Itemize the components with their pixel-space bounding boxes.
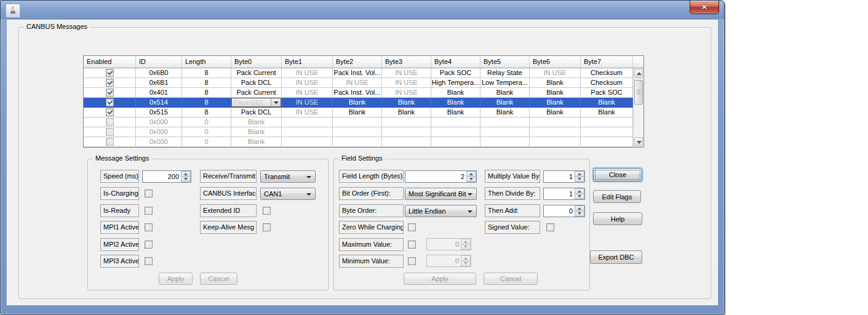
spinner-up-button[interactable] <box>181 171 191 177</box>
table-cell[interactable]: Blank <box>530 108 581 118</box>
spinner-down-button[interactable] <box>461 261 471 267</box>
table-cell[interactable]: Pack DCL <box>231 78 282 88</box>
maximum-value-spinner[interactable]: 0 <box>426 238 471 250</box>
table-cell[interactable]: 0x000 <box>136 137 182 147</box>
table-cell[interactable] <box>480 137 530 147</box>
minimum-value-checkbox[interactable] <box>408 257 416 265</box>
table-cell[interactable]: IN USE <box>382 78 431 88</box>
table-cell[interactable] <box>84 127 136 137</box>
table-cell[interactable] <box>333 127 382 137</box>
table-cell[interactable] <box>581 127 633 137</box>
table-cell[interactable] <box>84 118 136 127</box>
column-header[interactable]: Byte2 <box>333 56 382 68</box>
table-cell[interactable]: Blank <box>382 108 431 118</box>
table-cell[interactable]: Low Tempera... <box>480 78 530 88</box>
column-header[interactable]: Length <box>182 56 231 68</box>
spinner-up-button[interactable] <box>575 205 584 211</box>
table-cell[interactable]: 8 <box>182 88 231 98</box>
keep-alive-checkbox[interactable] <box>263 223 271 231</box>
add-spinner[interactable]: 0 <box>543 205 585 217</box>
table-cell[interactable]: Blank <box>480 108 530 118</box>
table-cell[interactable] <box>530 118 581 127</box>
table-cell[interactable]: Blank <box>382 98 431 108</box>
table-cell[interactable]: Blank <box>480 88 530 98</box>
table-cell[interactable]: 0 <box>182 127 231 137</box>
table-row[interactable]: 0x0000Blank <box>84 127 633 137</box>
table-cell[interactable]: Pack Current <box>231 88 282 98</box>
table-cell[interactable]: IN USE <box>530 68 581 78</box>
scroll-down-button[interactable] <box>634 137 643 146</box>
row-enabled-checkbox[interactable] <box>106 89 114 97</box>
table-cell[interactable]: 0x401 <box>136 88 182 98</box>
table-vertical-scrollbar[interactable] <box>633 68 643 147</box>
table-cell[interactable]: 0x6B0 <box>136 68 182 78</box>
table-cell[interactable] <box>431 137 480 147</box>
table-cell[interactable]: Blank <box>581 98 633 108</box>
spinner-up-button[interactable] <box>466 171 476 177</box>
table-cell[interactable]: 0x514 <box>136 98 182 108</box>
row-enabled-checkbox[interactable] <box>106 79 114 87</box>
mpi1-active-checkbox[interactable] <box>145 223 153 231</box>
message-apply-button[interactable]: Apply <box>159 273 193 285</box>
table-cell[interactable]: 8 <box>182 108 231 118</box>
receive-transmit-combo[interactable]: Transmit <box>260 170 316 183</box>
export-dbc-button[interactable]: Export DBC <box>590 250 642 264</box>
table-cell[interactable] <box>84 98 136 108</box>
row-enabled-checkbox[interactable] <box>106 98 114 106</box>
close-button[interactable]: × <box>690 1 719 14</box>
divide-spinner[interactable]: 1 <box>543 188 585 200</box>
table-cell[interactable] <box>480 118 530 127</box>
table-cell[interactable]: Pack Inst. Vol... <box>333 88 382 98</box>
column-header[interactable]: Byte3 <box>382 56 431 68</box>
table-cell[interactable] <box>84 137 136 147</box>
row-enabled-checkbox[interactable] <box>106 118 114 126</box>
minimum-value-spinner[interactable]: 0 <box>426 255 471 267</box>
table-row[interactable]: 0x5148Pack CCLIN USEBlankBlankBlankBlank… <box>84 98 633 108</box>
table-row[interactable]: 0x5158Pack DCLIN USEBlankBlankBlankBlank… <box>84 108 633 118</box>
field-cancel-button[interactable]: Cancel <box>484 273 538 285</box>
byte0-editor-combo[interactable]: Pack CCL <box>231 98 281 107</box>
table-cell[interactable]: Checksum <box>581 78 633 88</box>
spinner-up-button[interactable] <box>575 171 584 177</box>
table-cell[interactable]: 8 <box>182 78 231 88</box>
table-cell[interactable] <box>84 78 136 88</box>
table-row[interactable]: 0x0000Blank <box>84 137 633 147</box>
table-cell[interactable]: Blank <box>431 88 480 98</box>
row-enabled-checkbox[interactable] <box>106 69 114 77</box>
table-cell[interactable]: Blank <box>530 98 581 108</box>
close-dialog-button[interactable]: Close <box>593 168 642 181</box>
table-cell[interactable]: Pack Inst. Vol... <box>333 68 382 78</box>
table-cell[interactable]: IN USE <box>282 68 333 78</box>
speed-spinner[interactable]: 200 <box>142 170 191 183</box>
table-cell[interactable] <box>431 127 480 137</box>
table-cell[interactable]: Blank <box>530 88 581 98</box>
column-header[interactable]: Byte5 <box>480 56 530 68</box>
table-cell[interactable] <box>282 118 333 127</box>
table-cell[interactable]: IN USE <box>282 78 333 88</box>
column-header[interactable]: Byte4 <box>431 56 480 68</box>
message-cancel-button[interactable]: Cancel <box>200 273 237 285</box>
row-enabled-checkbox[interactable] <box>106 108 114 116</box>
help-button[interactable]: Help <box>593 212 642 225</box>
scrollbar-thumb[interactable] <box>634 80 643 105</box>
column-header[interactable]: ID <box>136 56 182 68</box>
table-cell[interactable]: Checksum <box>581 68 633 78</box>
table-cell[interactable] <box>480 127 530 137</box>
table-row[interactable]: 0x6B08Pack CurrentIN USEPack Inst. Vol..… <box>84 68 633 78</box>
column-header[interactable]: Byte7 <box>581 56 633 68</box>
combo-dropdown-button[interactable] <box>271 98 281 106</box>
table-cell[interactable]: 0x6B1 <box>136 78 182 88</box>
table-cell[interactable]: Blank <box>431 108 480 118</box>
column-header[interactable]: Enabled <box>84 56 136 68</box>
spinner-down-button[interactable] <box>575 211 584 217</box>
table-cell[interactable] <box>84 68 136 78</box>
table-cell[interactable]: Pack SOC <box>431 68 480 78</box>
table-cell[interactable]: IN USE <box>382 68 431 78</box>
table-cell[interactable]: Relay State <box>480 68 530 78</box>
zero-while-charging-checkbox[interactable] <box>408 223 416 231</box>
table-cell[interactable]: High Tempera... <box>431 78 480 88</box>
spinner-up-button[interactable] <box>461 255 471 261</box>
table-cell[interactable]: 0 <box>182 118 231 127</box>
java-icon-button[interactable] <box>6 4 20 18</box>
table-cell[interactable]: Pack DCL <box>231 108 282 118</box>
